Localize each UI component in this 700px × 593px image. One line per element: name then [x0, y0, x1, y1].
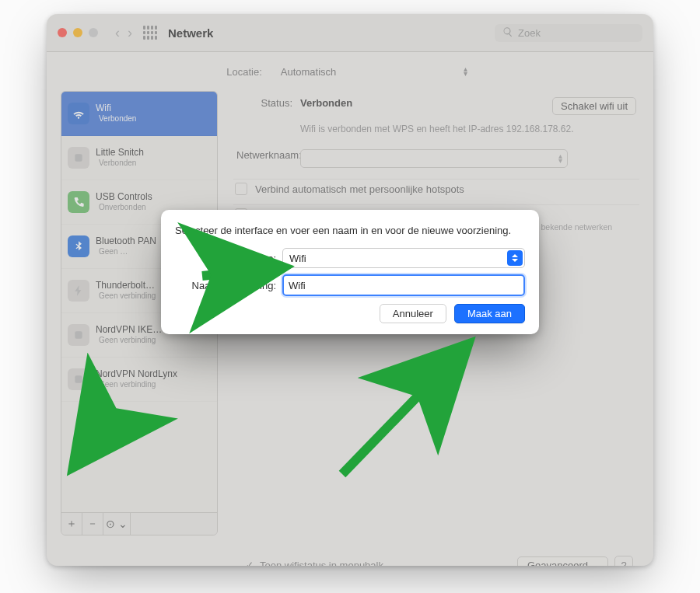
create-button[interactable]: Maak aan: [454, 304, 525, 323]
service-name-input[interactable]: Wifi: [282, 274, 525, 296]
chevron-updown-icon: [507, 250, 523, 266]
interface-select[interactable]: Wifi: [282, 248, 525, 268]
cancel-button[interactable]: Annuleer: [380, 304, 446, 323]
new-service-dialog: Selecteer de interface en voer een naam …: [161, 210, 539, 334]
interface-label: Interface:: [175, 253, 276, 264]
service-name-value: Wifi: [289, 280, 306, 291]
interface-value: Wifi: [289, 253, 306, 264]
dialog-instruction: Selecteer de interface en voer een naam …: [175, 224, 525, 237]
service-name-label: Naam voorziening:: [175, 280, 276, 291]
